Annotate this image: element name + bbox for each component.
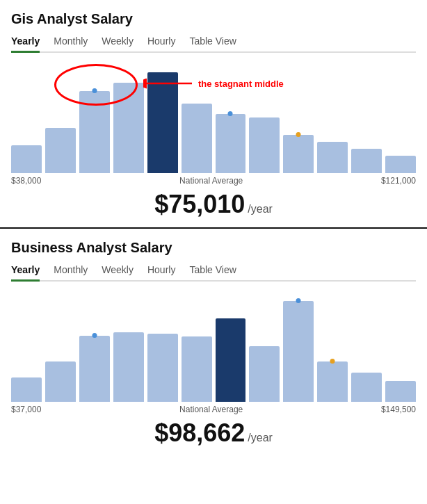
bar <box>317 142 348 173</box>
bar <box>147 72 178 173</box>
gis-min-label: $38,000 <box>11 176 41 186</box>
business-salary-period: /year <box>248 432 273 444</box>
gis-max-label: $121,000 <box>381 176 416 186</box>
bar <box>11 377 42 402</box>
bar <box>182 104 212 173</box>
gis-analyst-section: Gis Analyst Salary Yearly Monthly Weekly… <box>0 0 427 229</box>
bar <box>249 117 280 173</box>
gis-salary-period: /year <box>248 203 273 215</box>
business-max-label: $149,500 <box>381 405 416 414</box>
tab-yearly-1[interactable]: Yearly <box>11 35 40 53</box>
bar <box>249 346 280 402</box>
business-salary-display: $98,662/year <box>11 418 416 448</box>
gis-salary-display: $75,010/year <box>11 190 416 219</box>
bar <box>45 361 76 402</box>
tab-hourly-1[interactable]: Hourly <box>147 35 175 53</box>
bar <box>216 114 246 173</box>
gis-bars-row <box>11 58 416 173</box>
bar-dot-orange <box>296 132 301 137</box>
tab-monthly-2[interactable]: Monthly <box>54 264 88 282</box>
bar <box>147 334 178 402</box>
tab-weekly-1[interactable]: Weekly <box>102 35 134 53</box>
tab-yearly-2[interactable]: Yearly <box>11 264 40 282</box>
tab-weekly-2[interactable]: Weekly <box>102 264 134 282</box>
bar <box>385 156 416 173</box>
business-tabs: Yearly Monthly Weekly Hourly Table View <box>11 264 416 282</box>
business-bars-row <box>11 287 416 402</box>
bar-dot <box>228 111 233 116</box>
tab-monthly-1[interactable]: Monthly <box>54 35 88 53</box>
bar-dot <box>92 88 97 93</box>
gis-chart: the stagnant middle $38,000 National Ave… <box>11 58 416 186</box>
tab-tableview-2[interactable]: Table View <box>189 264 236 282</box>
bar <box>317 361 348 402</box>
bar-dot <box>92 333 97 338</box>
bar <box>283 301 314 402</box>
business-salary-amount: $98,662 <box>154 418 245 447</box>
bar <box>182 336 212 402</box>
bar <box>216 318 246 402</box>
bar-dot-orange <box>330 359 335 364</box>
gis-title: Gis Analyst Salary <box>11 11 416 27</box>
bar <box>385 381 416 402</box>
bar <box>45 128 76 173</box>
bar <box>351 149 382 173</box>
bar <box>351 373 382 402</box>
bar <box>283 135 314 173</box>
tab-hourly-2[interactable]: Hourly <box>147 264 175 282</box>
gis-axis-labels: $38,000 National Average $121,000 <box>11 176 416 186</box>
business-min-label: $37,000 <box>11 405 41 414</box>
business-analyst-section: Business Analyst Salary Yearly Monthly W… <box>0 229 427 456</box>
gis-salary-amount: $75,010 <box>154 190 245 218</box>
bar <box>11 145 42 173</box>
gis-tabs: Yearly Monthly Weekly Hourly Table View <box>11 35 416 53</box>
bar <box>113 332 144 402</box>
tab-tableview-1[interactable]: Table View <box>189 35 236 53</box>
business-chart: $37,000 National Average $149,500 <box>11 287 416 414</box>
bar <box>113 83 144 173</box>
bar-dot <box>296 298 301 303</box>
gis-national-avg: National Average <box>179 176 243 186</box>
business-axis-labels: $37,000 National Average $149,500 <box>11 405 416 414</box>
bar <box>79 336 110 402</box>
business-national-avg: National Average <box>179 405 243 414</box>
business-title: Business Analyst Salary <box>11 240 416 256</box>
bar <box>79 91 110 173</box>
